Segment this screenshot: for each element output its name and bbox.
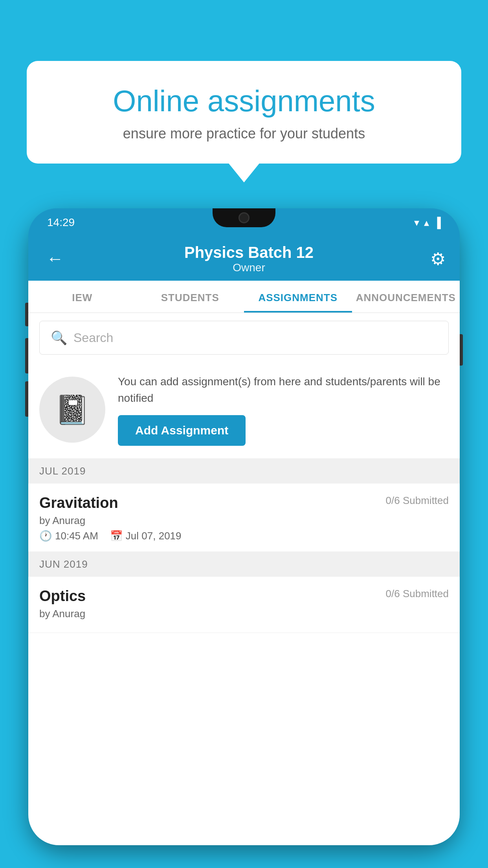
month-header-jun: JUN 2019 [28,552,460,577]
assignment-row: Optics 0/6 Submitted [39,588,449,605]
tab-students[interactable]: STUDENTS [136,281,244,313]
search-bar[interactable]: 🔍 Search [39,321,449,355]
assignment-row: Gravitation 0/6 Submitted [39,495,449,511]
assignment-date: 📅 Jul 07, 2019 [110,530,182,542]
speech-bubble-container: Online assignments ensure more practice … [27,61,461,164]
calendar-icon: 📅 [110,530,123,542]
screen-title: Physics Batch 12 [68,244,430,261]
tab-iew[interactable]: IEW [28,281,136,313]
tabs-container: IEW STUDENTS ASSIGNMENTS ANNOUNCEMENTS [28,281,460,313]
status-icons: ▾ ▴ ▐ [414,217,441,229]
assignment-name: Gravitation [39,495,118,511]
tab-announcements[interactable]: ANNOUNCEMENTS [352,281,460,313]
phone-screen: IEW STUDENTS ASSIGNMENTS ANNOUNCEMENTS 🔍… [28,281,460,845]
app-bar: ← Physics Batch 12 Owner ⚙ [28,237,460,281]
clock-icon: 🕐 [39,530,52,542]
assignment-name-optics: Optics [39,588,86,605]
battery-icon: ▐ [434,217,441,229]
silent-button [25,381,28,417]
screen-subtitle: Owner [68,261,430,274]
promo-description: You can add assignment(s) from here and … [118,373,449,406]
assignment-meta: 🕐 10:45 AM 📅 Jul 07, 2019 [39,530,449,542]
notch [213,208,275,227]
wifi-icon: ▾ [414,217,419,229]
status-time: 14:29 [47,216,75,229]
month-header-jul: JUL 2019 [28,459,460,484]
promo-content: You can add assignment(s) from here and … [118,373,449,446]
settings-icon[interactable]: ⚙ [430,249,446,269]
speech-bubble: Online assignments ensure more practice … [27,61,461,164]
power-button [460,334,463,366]
app-bar-center: Physics Batch 12 Owner [68,244,430,274]
assignment-item-gravitation[interactable]: Gravitation 0/6 Submitted by Anurag 🕐 10… [28,484,460,552]
assignment-submitted-optics: 0/6 Submitted [386,588,449,600]
speech-bubble-title: Online assignments [54,85,434,118]
search-icon: 🔍 [51,330,67,346]
assignment-by: by Anurag [39,515,449,527]
phone-outer: 14:29 ▾ ▴ ▐ ← Physics Batch 12 Owner ⚙ I… [28,208,460,845]
assignment-submitted: 0/6 Submitted [386,495,449,507]
add-assignment-button[interactable]: Add Assignment [118,415,246,446]
vol-up-button [25,303,28,326]
promo-card: 📓 You can add assignment(s) from here an… [28,362,460,459]
assignment-by-optics: by Anurag [39,608,449,620]
back-button[interactable]: ← [42,245,68,272]
tab-assignments[interactable]: ASSIGNMENTS [244,281,352,313]
status-bar: 14:29 ▾ ▴ ▐ [28,208,460,237]
assignment-item-optics[interactable]: Optics 0/6 Submitted by Anurag [28,577,460,633]
camera [238,212,250,223]
phone-container: 14:29 ▾ ▴ ▐ ← Physics Batch 12 Owner ⚙ I… [28,208,460,868]
search-placeholder: Search [73,331,113,345]
vol-down-button [25,338,28,373]
assignment-time: 🕐 10:45 AM [39,530,98,542]
promo-icon-circle: 📓 [39,377,105,443]
speech-bubble-subtitle: ensure more practice for your students [54,125,434,142]
signal-icon: ▴ [424,217,429,229]
notebook-icon: 📓 [55,393,90,427]
search-container: 🔍 Search [28,313,460,362]
